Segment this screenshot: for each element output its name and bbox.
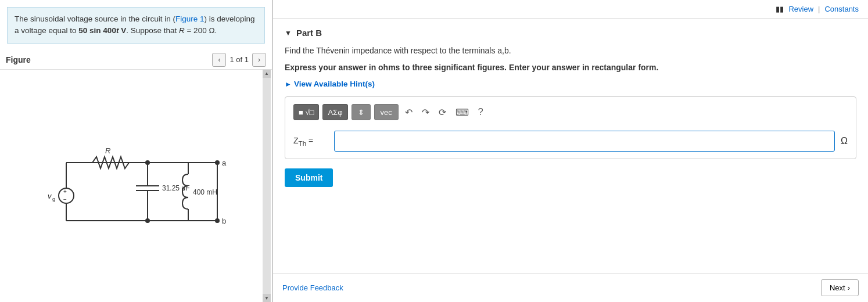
hint-label: View Available Hint(s) — [294, 80, 375, 88]
circuit-diagram: + − v g R — [0, 70, 272, 303]
review-link[interactable]: Review — [788, 5, 813, 13]
circuit-svg: + − v g R — [31, 128, 241, 244]
hint-toggle[interactable]: ► View Available Hint(s) — [285, 80, 856, 88]
part-b-label: Part B — [296, 28, 322, 38]
part-b-instruction: Express your answer in ohms to three sig… — [285, 62, 856, 74]
answer-input[interactable] — [334, 131, 835, 152]
problem-text-1: The sinusoidal voltage source in the cir… — [15, 15, 254, 35]
page-indicator: 1 of 1 — [229, 55, 249, 64]
math-toolbar: ■ √□ ΑΣφ ⇕ vec ↶ ↷ ⟳ — [293, 104, 848, 125]
hint-arrow-icon: ► — [285, 80, 292, 88]
next-button[interactable]: Next › — [821, 279, 859, 296]
collapse-icon[interactable]: ▼ — [285, 29, 292, 37]
svg-text:a: a — [222, 159, 227, 167]
submit-label: Submit — [295, 173, 322, 182]
help-button[interactable]: ? — [475, 106, 486, 118]
input-row: ZTh = Ω — [293, 131, 848, 152]
part-b-section: ▼ Part B Find the Thévenin impedance wit… — [273, 19, 868, 196]
refresh-icon: ⟳ — [439, 107, 446, 117]
figure-section: Figure ‹ 1 of 1 › + — [0, 51, 272, 303]
constants-link[interactable]: Constants — [824, 5, 859, 13]
next-figure-button[interactable]: › — [252, 53, 266, 67]
figure-header: Figure ‹ 1 of 1 › — [0, 51, 272, 70]
feedback-link[interactable]: Provide Feedback — [282, 283, 343, 292]
scroll-down-button[interactable]: ▼ — [263, 294, 271, 302]
undo-icon: ↶ — [405, 107, 413, 117]
svg-text:400 mH: 400 mH — [193, 188, 217, 196]
svg-text:v: v — [48, 192, 52, 200]
fractions-icon: ■ √□ — [299, 108, 314, 117]
math-symbols-icon: ΑΣφ — [328, 108, 342, 117]
next-arrow-icon: › — [848, 283, 850, 292]
math-symbols-button[interactable]: ΑΣφ — [322, 104, 347, 120]
keyboard-button[interactable]: ⌨ — [453, 106, 472, 119]
unit-label: Ω — [841, 136, 848, 146]
figure-nav: ‹ 1 of 1 › — [212, 53, 266, 67]
scroll-bar: ▲ ▼ — [263, 70, 271, 303]
undo-button[interactable]: ↶ — [402, 106, 415, 119]
separator: | — [818, 5, 820, 13]
z-label: ZTh = — [293, 136, 328, 147]
part-b-question: Find the Thévenin impedance with respect… — [285, 45, 856, 57]
top-bar: ▮▮ Review | Constants — [273, 0, 868, 19]
figure-link[interactable]: Figure 1 — [175, 15, 205, 23]
left-panel: The sinusoidal voltage source in the cir… — [0, 0, 273, 302]
book-icon: ▮▮ — [776, 5, 784, 13]
svg-text:b: b — [222, 217, 226, 225]
svg-text:−: − — [63, 196, 67, 203]
figure-label: Figure — [6, 55, 212, 64]
help-icon: ? — [478, 107, 483, 117]
scroll-up-button[interactable]: ▲ — [263, 70, 271, 78]
redo-icon: ↷ — [422, 107, 429, 117]
vec-button[interactable]: vec — [374, 104, 399, 120]
keyboard-icon: ⌨ — [455, 107, 469, 117]
prev-figure-button[interactable]: ‹ — [212, 53, 226, 67]
answer-box: ■ √□ ΑΣφ ⇕ vec ↶ ↷ ⟳ — [285, 96, 856, 159]
part-b-header: ▼ Part B — [285, 28, 856, 38]
svg-point-27 — [215, 160, 220, 165]
arrows-button[interactable]: ⇕ — [351, 104, 371, 120]
svg-text:R: R — [105, 146, 110, 155]
svg-text:g: g — [52, 196, 55, 202]
bottom-bar: Provide Feedback Next › — [273, 273, 868, 302]
refresh-button[interactable]: ⟳ — [436, 106, 449, 119]
redo-button[interactable]: ↷ — [419, 106, 432, 119]
submit-button[interactable]: Submit — [285, 168, 333, 187]
arrows-icon: ⇕ — [358, 108, 364, 117]
next-label: Next — [830, 283, 845, 292]
svg-text:+: + — [63, 188, 67, 195]
top-bar-links: ▮▮ Review | Constants — [776, 5, 859, 13]
right-panel: ▮▮ Review | Constants ▼ Part B Find the … — [273, 0, 868, 302]
fractions-button[interactable]: ■ √□ — [293, 104, 319, 120]
svg-point-28 — [215, 218, 220, 223]
vec-label: vec — [381, 108, 392, 117]
problem-statement: The sinusoidal voltage source in the cir… — [7, 7, 265, 44]
